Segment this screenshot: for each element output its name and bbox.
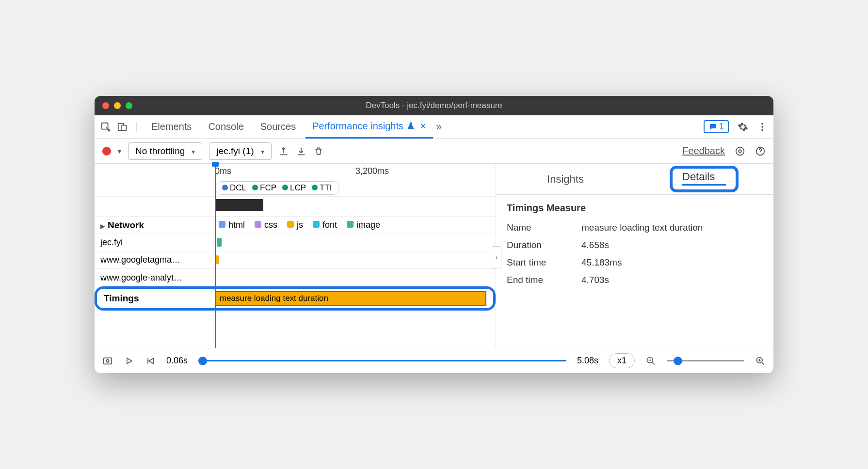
- help-icon[interactable]: [755, 146, 766, 156]
- record-options-dropdown[interactable]: [118, 147, 121, 156]
- zoom-in-icon[interactable]: [755, 356, 766, 366]
- detail-row-duration: Duration 4.658s: [507, 240, 763, 250]
- svg-point-5: [761, 129, 763, 131]
- traffic-lights: [102, 102, 132, 109]
- timing-measure-bar[interactable]: measure loading text duration: [215, 291, 486, 306]
- svg-point-10: [106, 360, 109, 362]
- metric-fcp[interactable]: FCP: [252, 183, 276, 193]
- tab-console[interactable]: Console: [201, 115, 250, 139]
- metric-lcp[interactable]: LCP: [282, 183, 306, 193]
- more-tabs-icon[interactable]: [436, 121, 442, 133]
- svg-rect-2: [122, 125, 126, 130]
- recording-label: jec.fyi (1): [216, 146, 254, 156]
- right-tabs: Insights Details: [496, 164, 773, 195]
- recording-select[interactable]: jec.fyi (1): [209, 142, 271, 160]
- swatch-icon: [287, 221, 294, 228]
- svg-point-6: [739, 150, 741, 153]
- details-body: Timings Measure Name measure loading tex…: [496, 195, 773, 300]
- maximize-window-icon[interactable]: [126, 102, 132, 109]
- close-tab-icon[interactable]: ✕: [420, 122, 426, 131]
- network-section-row: Network html css js font image: [95, 217, 496, 234]
- timings-section-label[interactable]: Timings: [95, 286, 215, 311]
- dot-icon: [312, 185, 318, 190]
- inspect-element-icon[interactable]: [100, 122, 111, 132]
- dot-icon: [282, 185, 288, 190]
- zoom-out-icon[interactable]: [645, 356, 656, 366]
- settings-gear-icon[interactable]: [738, 122, 748, 132]
- metric-dcl[interactable]: DCL: [222, 183, 246, 193]
- beaker-icon: [406, 122, 415, 130]
- timings-section-row: Timings measure loading text duration: [95, 286, 496, 311]
- timeline-ruler: 0ms 3,200ms: [95, 164, 496, 179]
- throttling-select[interactable]: No throttling: [128, 142, 202, 160]
- tab-insights[interactable]: Insights: [496, 164, 635, 194]
- network-row[interactable]: jec.fyi: [95, 234, 496, 251]
- dot-icon: [252, 185, 258, 190]
- legend-html: html: [219, 220, 245, 230]
- timeline-pane: 0ms 3,200ms DCL FCP LCP TTI Network html…: [95, 164, 496, 348]
- chat-icon: [708, 123, 717, 131]
- legend-css: css: [255, 220, 277, 230]
- screenshot-thumb[interactable]: [215, 199, 263, 211]
- ruler-tick: 3,200ms: [355, 166, 389, 176]
- svg-point-4: [761, 126, 763, 128]
- slider-thumb[interactable]: [198, 357, 207, 365]
- network-host-label: jec.fyi: [95, 237, 215, 248]
- upload-icon[interactable]: [278, 146, 289, 156]
- record-button[interactable]: [102, 147, 111, 156]
- download-icon[interactable]: [296, 146, 306, 156]
- swatch-icon: [313, 221, 320, 228]
- delete-icon[interactable]: [313, 146, 324, 156]
- close-window-icon[interactable]: [102, 102, 109, 109]
- network-row[interactable]: www.google-analyt…: [95, 269, 496, 286]
- legend-js: js: [287, 220, 303, 230]
- time-start-label: 0.06s: [166, 356, 188, 366]
- tab-sources[interactable]: Sources: [254, 115, 303, 139]
- metric-tti[interactable]: TTI: [312, 183, 332, 193]
- rewind-icon[interactable]: [145, 356, 156, 366]
- feedback-link[interactable]: Feedback: [682, 145, 725, 156]
- sidebar-collapse-handle[interactable]: ›: [492, 246, 501, 268]
- timing-measure-label: measure loading text duration: [220, 294, 328, 303]
- content-area: 0ms 3,200ms DCL FCP LCP TTI Network html…: [95, 164, 773, 348]
- zoom-level-pill[interactable]: x1: [609, 353, 635, 368]
- time-slider[interactable]: [198, 360, 566, 361]
- titlebar: DevTools - jec.fyi/demo/perf-measure: [95, 96, 773, 115]
- slider-thumb[interactable]: [674, 357, 682, 365]
- issues-count: 1: [719, 122, 724, 132]
- details-heading: Timings Measure: [507, 203, 763, 214]
- network-section-label[interactable]: Network: [95, 220, 215, 231]
- tab-performance-insights[interactable]: Performance insights ✕: [305, 115, 433, 139]
- footer-bar: 0.06s 5.08s x1: [95, 348, 773, 373]
- network-row[interactable]: www.googletagma…: [95, 251, 496, 269]
- network-bar[interactable]: [217, 238, 222, 247]
- tab-elements[interactable]: Elements: [145, 115, 198, 139]
- window-title: DevTools - jec.fyi/demo/perf-measure: [366, 101, 502, 110]
- zoom-slider[interactable]: [667, 360, 744, 361]
- network-bar[interactable]: [216, 255, 219, 264]
- swatch-icon: [347, 221, 354, 228]
- svg-point-7: [736, 147, 744, 155]
- chevron-down-icon: [261, 146, 264, 156]
- network-legend: html css js font image: [215, 217, 496, 234]
- issues-badge[interactable]: 1: [704, 120, 729, 133]
- network-host-label: www.googletagma…: [95, 255, 215, 265]
- perf-toolbar: No throttling jec.fyi (1) Feedback: [95, 139, 773, 164]
- chevron-down-icon: [192, 146, 195, 156]
- tab-details[interactable]: Details: [635, 164, 773, 194]
- screenshot-strip: [95, 199, 496, 217]
- network-host-label: www.google-analyt…: [95, 273, 215, 283]
- kebab-menu-icon[interactable]: [757, 122, 768, 132]
- swatch-icon: [255, 221, 261, 228]
- devtools-tabbar: Elements Console Sources Performance ins…: [95, 115, 773, 139]
- detail-row-end: End time 4.703s: [507, 275, 763, 285]
- legend-image: image: [347, 220, 380, 230]
- preview-toggle-icon[interactable]: [102, 356, 113, 366]
- svg-point-3: [761, 123, 763, 125]
- play-icon[interactable]: [124, 356, 134, 366]
- device-toolbar-icon[interactable]: [117, 122, 128, 132]
- minimize-window-icon[interactable]: [114, 102, 121, 109]
- swatch-icon: [219, 221, 225, 228]
- panel-settings-gear-icon[interactable]: [735, 146, 745, 156]
- ruler-tick: 0ms: [215, 166, 355, 176]
